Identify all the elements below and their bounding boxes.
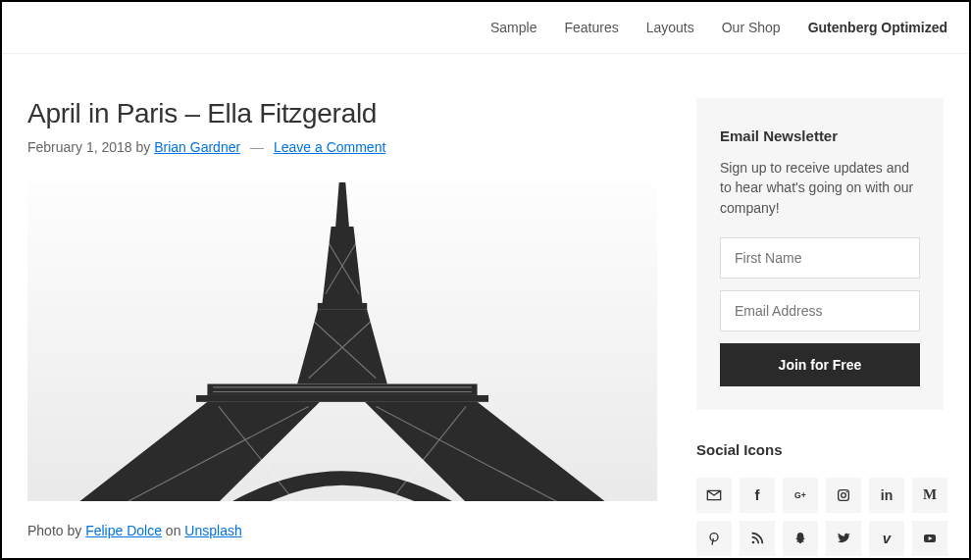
linkedin-icon[interactable]: in — [869, 478, 904, 513]
snapchat-icon[interactable] — [783, 521, 818, 556]
main-content: April in Paris – Ella Fitzgerald Februar… — [27, 98, 657, 556]
svg-text:G+: G+ — [794, 490, 806, 500]
hero-caption: Photo by Felipe Dolce on Unsplash — [27, 523, 657, 538]
meta-separator: — — [250, 139, 264, 155]
post-title: April in Paris – Ella Fitzgerald — [27, 98, 657, 129]
svg-point-22 — [842, 493, 846, 498]
svg-point-26 — [752, 541, 755, 544]
newsletter-title: Email Newsletter — [720, 127, 920, 144]
svg-point-24 — [710, 534, 718, 541]
nav-features[interactable]: Features — [564, 20, 618, 35]
caption-prefix: Photo by — [27, 523, 85, 538]
vimeo-icon[interactable]: v — [869, 521, 904, 556]
comments-link[interactable]: Leave a Comment — [274, 139, 385, 155]
newsletter-widget: Email Newsletter Sign up to receive upda… — [696, 98, 944, 410]
email-icon[interactable] — [696, 478, 732, 513]
firstname-input[interactable] — [720, 237, 920, 279]
youtube-icon[interactable] — [912, 521, 947, 556]
post-meta: February 1, 2018 by Brian Gardner — Leav… — [27, 139, 657, 155]
svg-rect-7 — [196, 395, 488, 402]
primary-nav: Sample Features Layouts Our Shop Gutenbe… — [2, 2, 969, 54]
social-grid: f G+ in M v — [696, 478, 944, 556]
nav-sample[interactable]: Sample — [490, 20, 537, 35]
social-title: Social Icons — [696, 441, 944, 458]
facebook-icon[interactable]: f — [740, 478, 775, 513]
nav-gutenberg-optimized[interactable]: Gutenberg Optimized — [808, 20, 947, 35]
newsletter-description: Sign up to receive updates and to hear w… — [720, 158, 920, 218]
pinterest-icon[interactable] — [696, 521, 732, 556]
social-widget: Social Icons f G+ in M v — [696, 441, 944, 556]
by-label: by — [132, 139, 155, 155]
googleplus-icon[interactable]: G+ — [783, 478, 818, 513]
svg-line-25 — [712, 538, 713, 545]
photo-author-link[interactable]: Felipe Dolce — [85, 523, 162, 538]
svg-rect-4 — [318, 303, 367, 310]
rss-icon[interactable] — [740, 521, 775, 556]
email-input[interactable] — [720, 290, 920, 331]
post-author-link[interactable]: Brian Gardner — [154, 139, 240, 155]
medium-icon[interactable]: M — [912, 478, 947, 513]
join-button[interactable]: Join for Free — [720, 343, 920, 386]
twitter-icon[interactable] — [826, 521, 861, 556]
svg-rect-6 — [207, 383, 477, 394]
nav-our-shop[interactable]: Our Shop — [722, 20, 781, 35]
post-date: February 1, 2018 — [27, 139, 132, 155]
sidebar: Email Newsletter Sign up to receive upda… — [696, 98, 944, 556]
instagram-icon[interactable] — [826, 478, 861, 513]
svg-point-23 — [846, 491, 847, 492]
hero-image — [27, 182, 657, 501]
caption-on: on — [162, 523, 184, 538]
photo-source-link[interactable]: Unsplash — [184, 523, 241, 538]
nav-layouts[interactable]: Layouts — [646, 20, 694, 35]
